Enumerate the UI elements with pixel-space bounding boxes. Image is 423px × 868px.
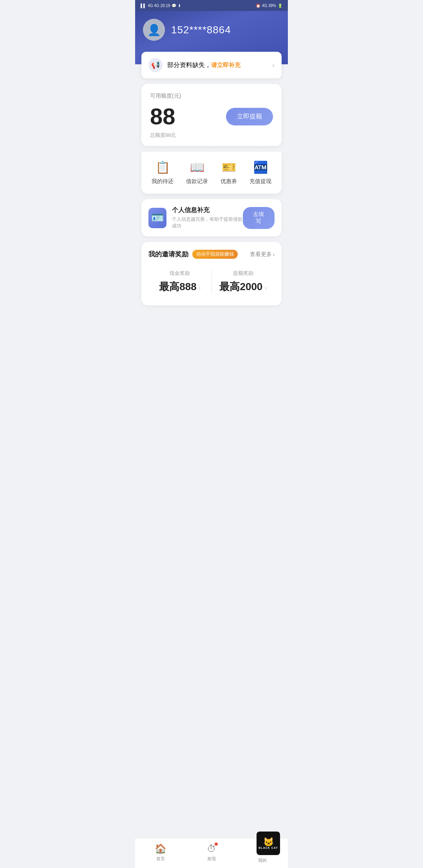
reward-quota-label: 提额奖励 (233, 270, 253, 277)
person-card-icon: 🪪 (151, 212, 164, 224)
credit-card: 可用额度(元) 88 立即提额 总额度88元 (141, 84, 282, 146)
reward-quota-arrow: › (265, 285, 267, 291)
reward-cash-arrow: › (199, 285, 201, 291)
username: 152****8864 (171, 24, 231, 36)
avatar: 👤 (143, 19, 165, 41)
alarm-icon: ⏰ (256, 4, 260, 8)
menu-item-records[interactable]: 📖 借款记录 (186, 160, 208, 185)
notice-static-text: 部分资料缺失， (167, 62, 211, 68)
menu-item-recharge[interactable]: 🏧 充值提现 (249, 160, 271, 185)
avatar-inner: 👤 (143, 19, 165, 41)
invitation-title: 我的邀请奖励 (148, 250, 188, 259)
notice-icon: 📢 (148, 58, 163, 72)
menu-item-pending[interactable]: 📋 我的待还 (152, 160, 174, 185)
info-card-left: 🪪 个人信息补充 个人信息越完善，有助于提前借款成功 (148, 206, 243, 229)
menu-label-coupons: 优惠券 (221, 178, 237, 185)
signal-icon: ▌▌ (141, 4, 146, 8)
menu-label-pending: 我的待还 (152, 178, 174, 185)
recharge-icon: 🏧 (253, 160, 268, 174)
status-bar: ▌▌ 4G 4G 20:19 💬 ⬇ ⏰ 4G 39% 🔋 (135, 0, 288, 11)
notice-arrow-icon: › (272, 61, 275, 69)
invitation-more-button[interactable]: 查看更多 › (250, 251, 275, 258)
invitation-section: 我的邀请奖励 动动手指就能赚钱 查看更多 › 现金奖励 最高888 › 提额奖励… (141, 242, 282, 305)
reward-cash-label: 现金奖励 (170, 270, 190, 277)
notice-text: 部分资料缺失，请立即补充 (167, 61, 240, 69)
info-card: 🪪 个人信息补充 个人信息越完善，有助于提前借款成功 去填写 (141, 199, 282, 236)
invitation-left: 我的邀请奖励 动动手指就能赚钱 (148, 250, 238, 259)
network-label: 4G 4G 20:19 (148, 4, 170, 8)
status-left: ▌▌ 4G 4G 20:19 💬 ⬇ (141, 4, 181, 8)
notice-link[interactable]: 请立即补充 (211, 62, 240, 68)
credit-label: 可用额度(元) (150, 93, 273, 100)
credit-divider (141, 146, 282, 146)
menu-label-records: 借款记录 (186, 178, 208, 185)
reward-cash-value: 最高888 (159, 280, 196, 294)
credit-main: 88 立即提额 (150, 105, 273, 128)
info-card-title: 个人信息补充 (172, 206, 243, 214)
records-icon: 📖 (190, 160, 204, 174)
wechat-icon: 💬 (172, 4, 176, 8)
info-card-desc: 个人信息越完善，有助于提前借款成功 (172, 216, 243, 229)
info-card-text: 个人信息补充 个人信息越完善，有助于提前借款成功 (172, 206, 243, 229)
notice-banner[interactable]: 📢 部分资料缺失，请立即补充 › (141, 52, 282, 78)
status-right: ⏰ 4G 39% 🔋 (256, 4, 282, 8)
invitation-header: 我的邀请奖励 动动手指就能赚钱 查看更多 › (148, 250, 275, 259)
credit-amount: 88 (150, 105, 175, 128)
credit-sub: 总额度88元 (150, 132, 273, 139)
invitation-more-label: 查看更多 (250, 251, 272, 258)
reward-cash[interactable]: 现金奖励 最高888 › (148, 266, 212, 298)
pending-icon: 📋 (155, 160, 170, 174)
fill-button[interactable]: 去填写 (243, 207, 275, 229)
reward-quota[interactable]: 提额奖励 最高2000 › (212, 266, 275, 298)
reward-quota-value: 最高2000 (219, 280, 262, 294)
battery-icon: 🔋 (278, 4, 282, 8)
menu-item-coupons[interactable]: 🎫 优惠券 (221, 160, 237, 185)
info-card-icon: 🪪 (148, 208, 166, 228)
invitation-more-arrow: › (273, 251, 275, 258)
battery-label: 4G 39% (262, 4, 276, 8)
quick-menu: 📋 我的待还 📖 借款记录 🎫 优惠券 🏧 充值提现 (141, 152, 282, 194)
coupons-icon: 🎫 (222, 160, 236, 174)
bell-icon: 📢 (151, 61, 160, 69)
withdraw-button[interactable]: 立即提额 (226, 108, 273, 125)
download-icon: ⬇ (178, 4, 181, 8)
profile-section: 👤 152****8864 (143, 19, 280, 41)
invitation-rewards: 现金奖励 最高888 › 提额奖励 最高2000 › (148, 266, 275, 298)
notice-left: 📢 部分资料缺失，请立即补充 (148, 58, 240, 72)
avatar-person-icon: 👤 (147, 24, 161, 36)
menu-label-recharge: 充值提现 (249, 178, 271, 185)
invitation-badge: 动动手指就能赚钱 (192, 250, 238, 259)
